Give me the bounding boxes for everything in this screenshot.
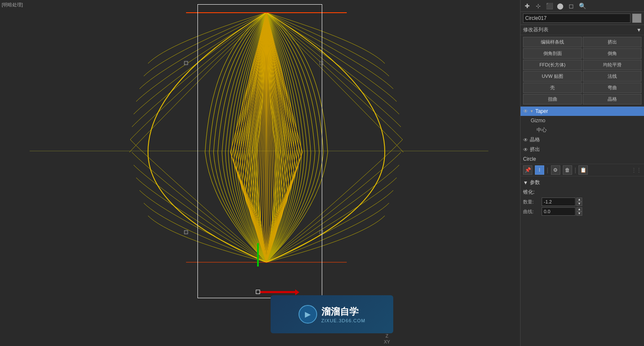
watermark-logo: ▶	[299, 305, 317, 324]
lattice-label: 晶格	[530, 136, 540, 143]
utilities-icon[interactable]: 🔍	[578, 2, 586, 10]
stack-sep-1: |	[547, 167, 548, 173]
quantity-spinner: ▲ ▼	[576, 198, 582, 206]
hierarchy-icon[interactable]: ⬛	[545, 2, 554, 10]
stack-item-lattice[interactable]: 👁 晶格	[521, 135, 644, 145]
center-label: 中心	[537, 126, 547, 134]
select-icon[interactable]: ⊹	[534, 2, 543, 10]
color-swatch[interactable]	[632, 14, 641, 23]
gizmo-origin	[256, 290, 260, 294]
lattice-eye-icon[interactable]: 👁	[523, 137, 528, 143]
lattice-btn[interactable]: 晶格	[583, 94, 641, 104]
gizmo-y-axis	[257, 243, 259, 266]
extrude-btn[interactable]: 挤出	[583, 37, 641, 47]
stack-toolbar: 📌 I | ⚙ 🗑 | 📋 ⋮⋮	[521, 164, 644, 176]
params-header: ▼ 参数	[523, 179, 641, 186]
chamfer-profile-btn[interactable]: 倒角剖面	[523, 48, 582, 59]
watermark-site-name: 溜溜自学	[321, 305, 365, 318]
stack-item-taper[interactable]: 👁 ▼ Taper	[521, 107, 644, 116]
curve-input[interactable]	[542, 207, 575, 216]
bend-btn[interactable]: 弯曲	[583, 82, 641, 93]
stack-item-circle[interactable]: Circle	[521, 154, 644, 164]
curve-spinner: ▲ ▼	[576, 207, 582, 216]
modifier-buttons-grid: 编辑样条线 挤出 倒角剖面 倒角 FFD(长方体) 均轮平滑 UVW 贴图 法线…	[521, 35, 644, 107]
watermark-play-icon: ▶	[305, 310, 311, 319]
object-name-input[interactable]	[523, 14, 630, 23]
params-title: 参数	[530, 179, 540, 186]
curve-label: 曲线:	[523, 209, 540, 215]
gizmo-label: Gizmo	[531, 118, 545, 124]
quantity-input-row: ▲ ▼	[542, 198, 582, 206]
configure-modifier-btn[interactable]: ⚙	[551, 165, 560, 175]
ffd-box-btn[interactable]: FFD(长方体)	[523, 60, 582, 70]
top-toolbar: ✚ ⊹ ⬛ ⬤ ◻ 🔍	[521, 0, 644, 12]
shell-btn[interactable]: 壳	[523, 82, 582, 93]
edit-spline-btn[interactable]: 编辑样条线	[523, 37, 582, 47]
right-panel: ✚ ⊹ ⬛ ⬤ ◻ 🔍 修改器列表 ▼ 编辑样条线 挤出 倒角剖面 倒角 FFD…	[520, 0, 644, 346]
curve-spin-down[interactable]: ▼	[576, 211, 582, 216]
gizmo-x-axis	[260, 291, 296, 293]
pin-stack-btn[interactable]: 📌	[523, 165, 532, 175]
twist-btn[interactable]: 扭曲	[523, 94, 582, 104]
active-modifier-btn[interactable]: I	[535, 165, 544, 175]
selection-box	[197, 4, 322, 298]
delete-modifier-btn[interactable]: 🗑	[563, 165, 572, 175]
params-section: ▼ 参数 锥化: 数量: ▲ ▼ 曲线: ▲ ▼	[521, 176, 644, 346]
taper-group-title: 锥化:	[523, 189, 641, 196]
create-icon[interactable]: ✚	[523, 2, 532, 10]
viewport-label: [明暗处理]	[2, 2, 23, 8]
viewport: [明暗处理]	[0, 0, 520, 346]
modifier-list-dropdown[interactable]: ▼	[636, 27, 641, 33]
quantity-row: 数量: ▲ ▼	[523, 198, 641, 206]
curve-spin-up[interactable]: ▲	[576, 207, 582, 211]
xy-axis-label[interactable]: XY	[384, 339, 390, 344]
quantity-input[interactable]	[542, 198, 575, 206]
taper-label: Taper	[535, 108, 548, 114]
uvw-map-btn[interactable]: UVW 贴图	[523, 71, 582, 82]
svg-rect-2	[184, 61, 188, 65]
svg-rect-3	[184, 231, 188, 234]
watermark-text: 溜溜自学 ZIXUE.3D66.COM	[321, 305, 365, 323]
axis-indicators: Z XY	[381, 312, 393, 346]
watermark-url: ZIXUE.3D66.COM	[321, 318, 365, 323]
nurbs-smooth-btn[interactable]: 均轮平滑	[583, 60, 641, 70]
quantity-spin-down[interactable]: ▼	[576, 202, 582, 206]
quantity-spin-up[interactable]: ▲	[576, 198, 582, 202]
circle-label: Circle	[523, 156, 536, 162]
motion-icon[interactable]: ⬤	[556, 2, 565, 10]
stack-item-extrude[interactable]: 👁 挤出	[521, 145, 644, 154]
quantity-label: 数量:	[523, 199, 540, 205]
watermark: ▶ 溜溜自学 ZIXUE.3D66.COM	[271, 295, 393, 333]
stack-sep-2: |	[575, 167, 576, 173]
display-icon[interactable]: ◻	[567, 2, 575, 10]
normal-btn[interactable]: 法线	[583, 71, 641, 82]
modifier-stack: 👁 ▼ Taper Gizmo 中心 👁 晶格 👁 挤出 Circle	[521, 107, 644, 164]
curve-input-row: ▲ ▼	[542, 207, 582, 216]
modifier-list-label-row: 修改器列表 ▼	[521, 25, 644, 35]
chamfer-btn[interactable]: 倒角	[583, 48, 641, 59]
stack-item-center[interactable]: 中心	[521, 125, 644, 135]
taper-expand-icon[interactable]: ▼	[530, 109, 534, 113]
z-axis-label[interactable]: Z	[386, 333, 389, 338]
params-collapse-icon[interactable]: ▼	[523, 180, 528, 186]
drag-handle[interactable]: ⋮⋮	[631, 167, 641, 173]
taper-eye-icon[interactable]: 👁	[523, 108, 528, 114]
extrude-eye-icon[interactable]: 👁	[523, 147, 528, 153]
copy-paste-modifier-btn[interactable]: 📋	[578, 165, 588, 175]
modifier-list-label: 修改器列表	[523, 26, 548, 33]
stack-item-gizmo[interactable]: Gizmo	[521, 116, 644, 125]
object-name-row	[521, 12, 644, 25]
curve-row: 曲线: ▲ ▼	[523, 207, 641, 216]
extrude-label: 挤出	[530, 146, 540, 153]
